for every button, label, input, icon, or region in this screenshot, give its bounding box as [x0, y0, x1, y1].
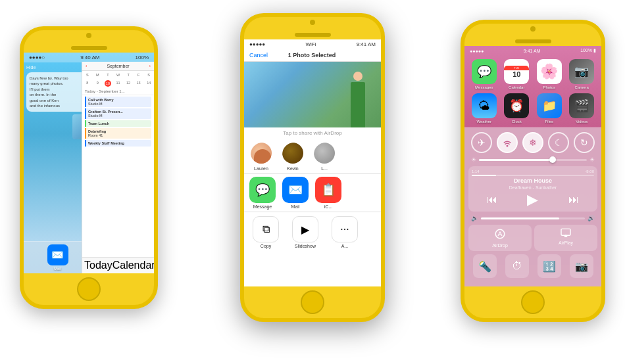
- calculator-button[interactable]: 🔢: [538, 254, 561, 278]
- scene: ●●●●○ 9:40 AM 100% Hide Days flew by. Wa…: [0, 0, 625, 364]
- cal-event-4[interactable]: Debriefing Room 41: [85, 128, 151, 139]
- camera-quick-button[interactable]: 📷: [570, 254, 593, 278]
- center-status-bar: ●●●●● WiFi 9:41 AM: [244, 39, 381, 49]
- avatar-other: [312, 141, 336, 165]
- mail-label: Mail: [54, 267, 61, 271]
- playback-times: 1:14 -8:00: [472, 170, 594, 173]
- brightness-thumb[interactable]: [549, 156, 556, 163]
- person-other[interactable]: L...: [312, 141, 336, 171]
- app-camera[interactable]: 📷 Camera: [568, 59, 597, 89]
- airplane-toggle[interactable]: ✈: [471, 132, 492, 153]
- left-time: 9:40 AM: [80, 55, 99, 60]
- brightness-slider[interactable]: ☀ ☀: [468, 156, 597, 163]
- home-button-right[interactable]: [521, 290, 545, 314]
- photo-person-figure: [345, 72, 371, 127]
- copy-icon: ⧉: [253, 216, 279, 242]
- home-screen-apps: 💬 Messages TUE 10 Calendar 🌸 Photos: [464, 55, 601, 127]
- ic-share-label: iC...: [324, 204, 332, 209]
- app-photos[interactable]: 🌸 Photos: [535, 59, 564, 89]
- person-lauren[interactable]: Lauren: [249, 141, 273, 171]
- message-share-icon: 💬: [249, 177, 276, 203]
- mail-app-icon[interactable]: ✉️ Mail: [47, 244, 68, 271]
- left-battery: 100%: [136, 55, 149, 60]
- photo-preview: [244, 62, 381, 127]
- home-button-left[interactable]: [77, 277, 101, 301]
- app-clock[interactable]: ⏰ Clock: [503, 93, 532, 124]
- wifi-toggle[interactable]: [497, 132, 518, 153]
- airdrop-button[interactable]: AirDrop: [468, 225, 532, 251]
- timer-button[interactable]: ⏱: [505, 254, 529, 278]
- center-screen: ●●●●● WiFi 9:41 AM Cancel 1 Photo Select…: [244, 39, 381, 286]
- progress-bar: [472, 175, 594, 176]
- app-calendar[interactable]: TUE 10 Calendar: [503, 59, 532, 89]
- bluetooth-toggle[interactable]: ❄: [522, 132, 543, 153]
- progress-fill: [472, 175, 496, 176]
- rotation-toggle[interactable]: ↻: [574, 132, 595, 153]
- flashlight-button[interactable]: 🔦: [473, 254, 497, 278]
- volume-fill: [481, 217, 559, 219]
- svg-point-0: [495, 229, 505, 239]
- camera-right: [530, 26, 536, 32]
- copy-label: Copy: [261, 244, 271, 248]
- share-mail-app[interactable]: ✉️ Mail: [282, 177, 309, 209]
- weather-icon: 🌤: [472, 93, 497, 118]
- app-messages[interactable]: 💬 Messages: [470, 59, 499, 89]
- brightness-fill: [479, 159, 555, 161]
- home-button-center[interactable]: [301, 290, 324, 314]
- clock-label: Clock: [512, 120, 522, 124]
- camera-left: [86, 33, 91, 38]
- copy-action[interactable]: ⧉ Copy: [249, 216, 282, 248]
- cancel-button[interactable]: Cancel: [249, 52, 268, 58]
- cal-event-2[interactable]: Grafton St. Presen... Studio M: [85, 108, 151, 119]
- cal-event-3[interactable]: Team Lunch: [85, 120, 151, 127]
- rewind-button[interactable]: ⏮: [487, 194, 497, 206]
- song-title: Dream House: [514, 177, 552, 184]
- share-apps-row: 💬 Message ✉️ Mail 📋 iC...: [244, 173, 381, 212]
- mail-share-icon: ✉️: [282, 177, 309, 203]
- slideshow-action[interactable]: ▶ Slideshow: [289, 216, 322, 248]
- dnd-toggle[interactable]: ☾: [548, 132, 569, 153]
- play-button[interactable]: ▶: [527, 191, 538, 208]
- avatar-lauren: [249, 141, 273, 165]
- airplay-button[interactable]: AirPlay: [534, 225, 597, 251]
- person-kevin[interactable]: Kevin: [281, 141, 305, 171]
- slideshow-icon: ▶: [292, 216, 318, 242]
- more-icon: ···: [332, 216, 358, 242]
- more-action[interactable]: ··· A...: [328, 216, 361, 248]
- cal-nav-back[interactable]: ‹: [86, 64, 87, 68]
- right-signal: ●●●●●: [470, 49, 484, 53]
- clock-icon: ⏰: [504, 93, 529, 118]
- share-message-app[interactable]: 💬 Message: [249, 177, 276, 209]
- volume-slider[interactable]: 🔈 🔊: [468, 215, 597, 221]
- airdrop-icon: [494, 228, 506, 242]
- speaker-left: [71, 46, 107, 50]
- share-header: Cancel 1 Photo Selected: [244, 49, 381, 62]
- center-wifi: WiFi: [305, 41, 316, 47]
- speaker-center: [295, 33, 331, 37]
- messages-label: Messages: [475, 85, 493, 89]
- cal-week-header: S M T W T F S: [82, 71, 154, 79]
- cal-nav-fwd[interactable]: ›: [149, 64, 151, 68]
- calendar-label-right: Calendar: [509, 85, 524, 89]
- left-screen: ●●●●○ 9:40 AM 100% Hide Days flew by. Wa…: [24, 53, 154, 273]
- volume-high-icon: 🔊: [588, 215, 595, 221]
- files-icon: 📁: [537, 93, 562, 118]
- share-ic-app[interactable]: 📋 iC...: [315, 177, 341, 209]
- app-files[interactable]: 📁 Files: [535, 93, 564, 124]
- app-videos[interactable]: 🎬 Videos: [568, 93, 597, 124]
- app-weather[interactable]: 🌤 Weather: [470, 93, 499, 124]
- right-time: 9:41 AM: [524, 49, 541, 53]
- fastforward-button[interactable]: ⏭: [568, 194, 579, 206]
- cal-event-5[interactable]: Weekly Staff Meeting: [85, 140, 151, 147]
- cal-week-nums: 8 9 10 11 12 13 14: [82, 79, 154, 88]
- weather-label: Weather: [476, 120, 491, 124]
- mail-share-label: Mail: [291, 204, 300, 209]
- quick-icons: 🔦 ⏱ 🔢 📷: [468, 254, 597, 278]
- cal-header: ‹ September ›: [82, 62, 154, 71]
- tap-share-text: Tap to share with AirDrop: [244, 127, 381, 139]
- avatar-kevin: [281, 141, 305, 165]
- brightness-high-icon: ☀: [589, 156, 595, 163]
- cal-event-1[interactable]: Call with Barry Studio M: [85, 97, 151, 107]
- iphone-center: ●●●●● WiFi 9:41 AM Cancel 1 Photo Select…: [240, 13, 385, 322]
- center-signal: ●●●●●: [249, 41, 265, 47]
